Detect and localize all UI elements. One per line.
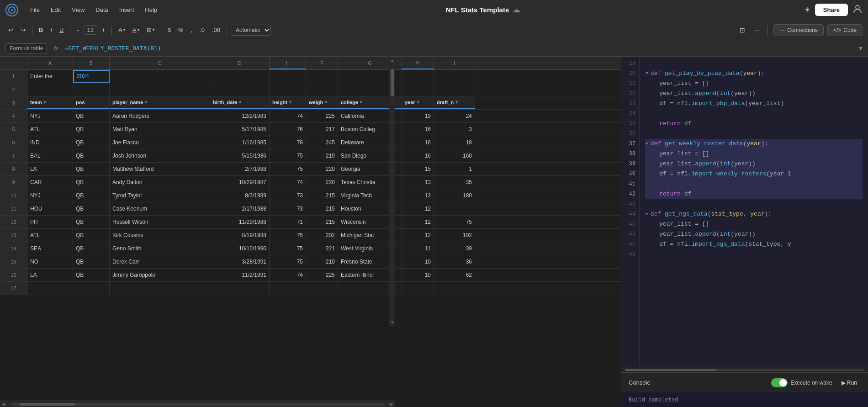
cell[interactable]: 39 bbox=[434, 242, 475, 255]
cell[interactable]: 10/10/1990 bbox=[210, 242, 270, 255]
cell[interactable]: 75 bbox=[270, 242, 306, 255]
bold-button[interactable]: B bbox=[36, 25, 46, 35]
cell[interactable]: Kirk Cousins bbox=[110, 229, 210, 242]
col-header-C[interactable]: C bbox=[110, 57, 210, 69]
cell-I3[interactable]: draft_n ▼ bbox=[434, 96, 475, 109]
underline-button[interactable]: U bbox=[57, 25, 66, 35]
cell[interactable]: 5/15/1986 bbox=[210, 149, 270, 162]
cell[interactable]: 102 bbox=[434, 229, 475, 242]
cell[interactable]: Joe Flacco bbox=[110, 136, 210, 149]
cell[interactable]: QB bbox=[73, 189, 110, 202]
cell[interactable]: 15 bbox=[402, 163, 434, 175]
user-icon[interactable] bbox=[852, 4, 863, 16]
cell-F2[interactable] bbox=[306, 83, 338, 96]
percent-button[interactable]: % bbox=[175, 25, 186, 35]
cell[interactable]: 1/16/1985 bbox=[210, 136, 270, 149]
cell[interactable] bbox=[110, 282, 210, 295]
cell[interactable]: Derek Carr bbox=[110, 255, 210, 268]
italic-button[interactable]: I bbox=[48, 25, 55, 35]
border-button[interactable]: ⊞▾ bbox=[144, 25, 157, 35]
cell[interactable]: 75 bbox=[270, 163, 306, 175]
cell[interactable]: 16 bbox=[402, 149, 434, 162]
cell-C3[interactable]: player_name ▼ bbox=[110, 96, 210, 109]
font-decrease-button[interactable]: - bbox=[74, 25, 81, 35]
cell[interactable]: 12 bbox=[402, 216, 434, 228]
cell[interactable]: 76 bbox=[270, 123, 306, 136]
cell[interactable]: 13 bbox=[402, 176, 434, 189]
cell[interactable]: 180 bbox=[434, 189, 475, 202]
cell[interactable]: 73 bbox=[270, 189, 306, 202]
cell[interactable]: Russell Wilson bbox=[110, 216, 210, 228]
cell[interactable] bbox=[27, 282, 73, 295]
font-increase-button[interactable]: + bbox=[99, 25, 108, 35]
undo-button[interactable]: ↩ bbox=[5, 25, 16, 35]
cell-I2[interactable] bbox=[434, 83, 475, 96]
cell[interactable]: QB bbox=[73, 242, 110, 255]
col-header-H[interactable]: H bbox=[402, 57, 434, 69]
cell[interactable]: Tyrod Taylor bbox=[110, 189, 210, 202]
text-color-button[interactable]: A▾ bbox=[116, 25, 128, 35]
cell[interactable]: 11/2/1991 bbox=[210, 269, 270, 281]
col-header-D[interactable]: D bbox=[210, 57, 270, 69]
cell-H3[interactable]: year ▼ bbox=[402, 96, 434, 109]
cell[interactable]: 2/7/1988 bbox=[210, 163, 270, 175]
cell[interactable]: 16 bbox=[402, 123, 434, 136]
cell[interactable] bbox=[434, 282, 475, 295]
cell-B1[interactable]: 2024 bbox=[73, 70, 110, 83]
cell[interactable]: Aaron Rodgers bbox=[110, 110, 210, 122]
cell[interactable]: 71 bbox=[270, 216, 306, 228]
scroll-track-v[interactable] bbox=[389, 64, 395, 318]
scroll-track-h[interactable] bbox=[11, 403, 384, 406]
col-header-F[interactable]: F bbox=[306, 57, 338, 69]
cell[interactable]: 24 bbox=[434, 110, 475, 122]
cell[interactable]: 1 bbox=[434, 163, 475, 175]
cell[interactable]: NYJ bbox=[27, 110, 73, 122]
scroll-thumb-h[interactable] bbox=[20, 403, 75, 406]
cell[interactable]: 11 bbox=[402, 242, 434, 255]
cell[interactable]: 74 bbox=[270, 110, 306, 122]
scroll-left-arrow[interactable]: ◀ bbox=[0, 402, 7, 407]
connections-button[interactable]: ⋯ Connections bbox=[773, 24, 824, 36]
cell[interactable]: 245 bbox=[306, 136, 338, 149]
more-options-button[interactable]: ··· bbox=[752, 25, 762, 36]
cell[interactable]: QB bbox=[73, 255, 110, 268]
toggle-track[interactable] bbox=[771, 378, 788, 387]
cell[interactable]: ATL bbox=[27, 123, 73, 136]
menu-data[interactable]: Data bbox=[91, 5, 112, 15]
cell[interactable]: 215 bbox=[306, 189, 338, 202]
cell[interactable]: 62 bbox=[434, 269, 475, 281]
cell[interactable]: 221 bbox=[306, 242, 338, 255]
cell[interactable]: 2/17/1988 bbox=[210, 202, 270, 215]
col-header-E[interactable]: E bbox=[270, 57, 306, 69]
code-horizontal-scrollbar[interactable] bbox=[621, 367, 868, 372]
cell[interactable]: 3/28/1991 bbox=[210, 255, 270, 268]
cell[interactable]: 74 bbox=[270, 269, 306, 281]
cell[interactable] bbox=[306, 282, 338, 295]
sun-icon[interactable]: ☀ bbox=[804, 5, 810, 14]
cell[interactable]: 225 bbox=[306, 110, 338, 122]
cell[interactable] bbox=[270, 282, 306, 295]
cell[interactable]: 215 bbox=[306, 216, 338, 228]
cell[interactable]: NYJ bbox=[27, 189, 73, 202]
cell[interactable]: 35 bbox=[434, 176, 475, 189]
cell-E3[interactable]: height ▼ bbox=[270, 96, 306, 109]
formula-input[interactable] bbox=[65, 45, 856, 52]
cell[interactable]: 10 bbox=[402, 269, 434, 281]
cell[interactable]: 18 bbox=[434, 136, 475, 149]
cell[interactable]: 74 bbox=[270, 176, 306, 189]
cell-E1[interactable] bbox=[270, 70, 306, 83]
menu-insert[interactable]: Insert bbox=[115, 5, 139, 15]
cell-C1[interactable] bbox=[110, 70, 210, 83]
execute-on-wake-toggle[interactable]: Execute on wake bbox=[771, 378, 832, 387]
decimal-button[interactable]: .0 bbox=[197, 25, 207, 35]
cell[interactable]: QB bbox=[73, 110, 110, 122]
cell[interactable]: 75 bbox=[270, 229, 306, 242]
cell[interactable]: QB bbox=[73, 149, 110, 162]
cell[interactable]: 3 bbox=[434, 123, 475, 136]
cell-A3[interactable]: team ▼ bbox=[27, 96, 73, 109]
cell[interactable] bbox=[434, 202, 475, 215]
cell[interactable]: 12 bbox=[402, 229, 434, 242]
dollar-button[interactable]: $ bbox=[165, 25, 174, 35]
cell-H1[interactable] bbox=[402, 70, 434, 83]
cell-D1[interactable] bbox=[210, 70, 270, 83]
